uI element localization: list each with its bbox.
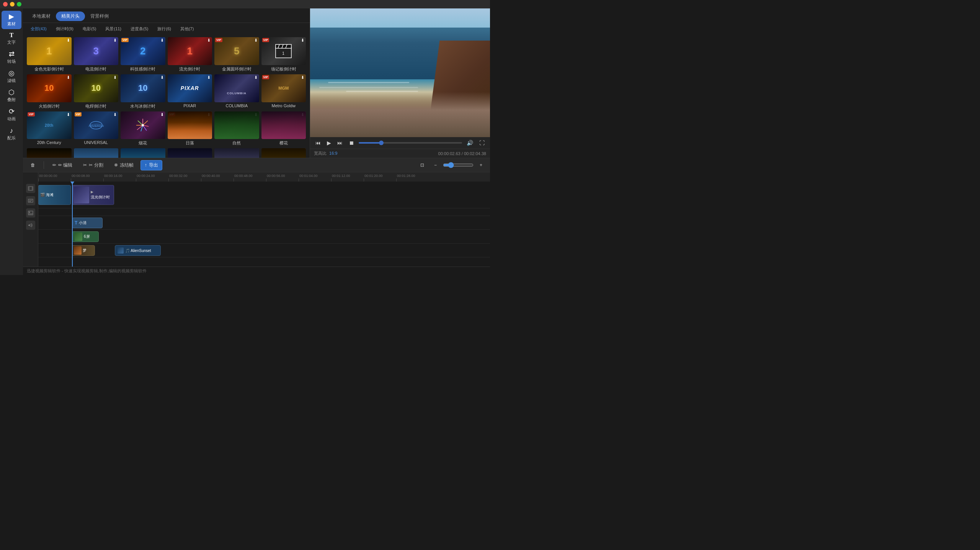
list-item[interactable]: ⬇ 樱花 [261, 111, 306, 146]
empty-track-row [38, 208, 490, 216]
media-thumb: VIP ⬇ 5 [214, 37, 259, 65]
zoom-in-button[interactable]: + [476, 161, 486, 169]
play-button[interactable]: ▶ [325, 139, 333, 147]
list-item[interactable]: ⬇ 10 火焰倒计时 [27, 74, 72, 109]
clip-label: 流光倒计时 [91, 195, 110, 200]
list-item[interactable]: ⬇ [121, 111, 165, 146]
list-item[interactable]: ⬇ 1 金色光影倒计时 [27, 37, 72, 72]
list-item[interactable]: ⬇ 1 流光倒计时 [168, 37, 212, 72]
filter-all[interactable]: 全部(43) [27, 25, 51, 33]
export-icon: ↑ [145, 162, 147, 168]
playhead[interactable] [72, 182, 73, 267]
split-button[interactable]: ✂ ✂ 分割 [79, 160, 107, 170]
list-item[interactable]: ⬇ 夕阳 [27, 148, 72, 158]
track-clip-countdown[interactable]: ▶ 流光倒计时 [72, 185, 114, 205]
list-item[interactable]: VIP ⬇ 5 金属圆环倒计时 [214, 37, 259, 72]
list-item[interactable]: ⬇ 海滩 [74, 148, 119, 158]
progress-dot[interactable] [379, 141, 384, 145]
animation-icon: ⟳ [9, 108, 15, 115]
video-track-icon[interactable] [26, 184, 35, 193]
tab-background[interactable]: 背景样例 [85, 11, 114, 21]
subtitle-clip-text[interactable]: T 小清 [72, 218, 103, 228]
sidebar-item-media[interactable]: ▶ 素材 [2, 11, 21, 29]
filter-scenery[interactable]: 风景(11) [101, 25, 125, 33]
image-track-icon[interactable] [26, 208, 35, 218]
sidebar-item-music[interactable]: ♪ 配乐 [2, 125, 21, 143]
shore-area [310, 92, 490, 137]
zoom-out-button[interactable]: − [430, 161, 441, 169]
list-item[interactable]: ⬇ 人与狗狗 [261, 148, 306, 158]
delete-button[interactable]: 🗑 [27, 161, 39, 169]
sidebar-label-transition: 转场 [7, 59, 16, 64]
media-grid: ⬇ 1 金色光影倒计时 ⬇ 3 电流倒计时 [23, 35, 310, 158]
filter-movie[interactable]: 电影(5) [79, 25, 100, 33]
list-item[interactable]: VIP ⬇ 1 [261, 37, 306, 72]
media-thumb: VIP ⬇ [214, 148, 259, 158]
trash-icon: 🗑 [31, 162, 35, 168]
zoom-slider[interactable] [443, 162, 474, 168]
list-item[interactable]: VIP ⬇ MGM Metro Goldw [261, 74, 306, 109]
media-label: COLUMBIA [214, 103, 259, 108]
ruler-mark: 00:00:40.00 [201, 174, 234, 182]
preview-video [310, 8, 490, 137]
list-item[interactable]: ⬇ 3 电流倒计时 [74, 37, 119, 72]
list-item[interactable]: ⬇ 自然 [214, 111, 259, 146]
close-button[interactable] [3, 2, 8, 7]
media-label: 火焰倒计时 [27, 103, 72, 109]
list-item[interactable]: VIP ⬇ UNIVERSAL UNIVERSAL [74, 111, 119, 146]
sidebar-item-text[interactable]: T 文字 [2, 30, 21, 47]
media-label: 电焊倒计时 [74, 103, 119, 109]
skip-forward-button[interactable]: ⏭ [336, 139, 344, 147]
list-item[interactable]: VIP ⬇ 20th 20th Century [27, 111, 72, 146]
minimize-button[interactable] [10, 2, 15, 7]
sidebar-item-overlay[interactable]: ⬡ 叠附 [2, 87, 21, 105]
media-thumb: ⬇ 1 [168, 37, 212, 65]
image-clip-1[interactable]: 6屏 [72, 231, 99, 242]
svg-rect-19 [28, 187, 29, 190]
list-item[interactable]: ⬇ 10 水与冰倒计时 [121, 74, 165, 109]
fit-to-screen-button[interactable]: ⊡ [416, 161, 428, 169]
filter-countdown[interactable]: 倒计时(9) [52, 25, 77, 33]
track-clip-beach[interactable]: 🎬 海滩 [38, 185, 71, 205]
list-item[interactable]: VIP ⬇ 2 科技感倒计时 [121, 37, 165, 72]
list-item[interactable]: ⬇ 海岛 [121, 148, 165, 158]
sidebar-item-transition[interactable]: ⇄ 转场 [2, 48, 21, 67]
alien-clip[interactable]: 🎵 AlienSunset [115, 245, 161, 256]
list-item[interactable]: VIP ⬇ 日落 [168, 111, 212, 146]
sidebar-item-filter[interactable]: ◎ 滤镜 [2, 67, 21, 86]
edit-button[interactable]: ✏ ✏ 编辑 [49, 160, 76, 170]
image-track-1: 6屏 [38, 230, 490, 244]
clip-type-icon: ▶ [91, 190, 110, 194]
media-label: 场记板倒计时 [261, 66, 306, 72]
stop-button[interactable]: ⏹ [347, 139, 356, 147]
subtitle-track-icon[interactable] [26, 196, 35, 205]
media-thumb: ⬇ [121, 148, 165, 158]
audio-track-icon[interactable] [26, 221, 35, 230]
tab-premium[interactable]: 精美片头 [56, 11, 85, 21]
list-item[interactable]: ⬇ COLUMBIA COLUMBIA [214, 74, 259, 109]
image-clip-2[interactable]: 梦 [72, 245, 95, 256]
image-thumbnail-2 [74, 246, 82, 255]
volume-button[interactable]: 🔊 [465, 139, 475, 147]
list-item[interactable]: VIP ⬇ 城市夜景 [168, 148, 212, 158]
list-item[interactable]: ⬇ PIXAR PIXAR [168, 74, 212, 109]
image-track-2: 梦 🎵 AlienSunset [38, 244, 490, 257]
list-item[interactable]: ⬇ 10 电焊倒计时 [74, 74, 119, 109]
status-text: 迅捷视频剪辑软件 - 快速实现视频剪辑,制作,编辑的视频剪辑软件 [27, 268, 147, 274]
svg-text:1: 1 [282, 51, 284, 56]
time-current: 00:00:02.63 [438, 151, 461, 156]
tab-local[interactable]: 本地素材 [27, 11, 56, 21]
filter-other[interactable]: 其他(7) [176, 25, 198, 33]
filter-progress[interactable]: 进度条(5) [127, 25, 152, 33]
media-label: 水与冰倒计时 [121, 103, 165, 109]
maximize-button[interactable] [17, 2, 21, 7]
export-button[interactable]: ↑ 导出 [140, 160, 162, 170]
list-item[interactable]: VIP ⬇ 城市 [214, 148, 259, 158]
progress-bar[interactable] [359, 142, 462, 144]
freeze-button[interactable]: ❄ 冻结帧 [110, 160, 137, 170]
sidebar-item-animation[interactable]: ⟳ 动画 [2, 106, 21, 124]
wave-line [328, 82, 409, 83]
fullscreen-button[interactable]: ⛶ [478, 139, 486, 147]
filter-travel[interactable]: 旅行(6) [154, 25, 175, 33]
skip-back-button[interactable]: ⏮ [314, 139, 322, 147]
